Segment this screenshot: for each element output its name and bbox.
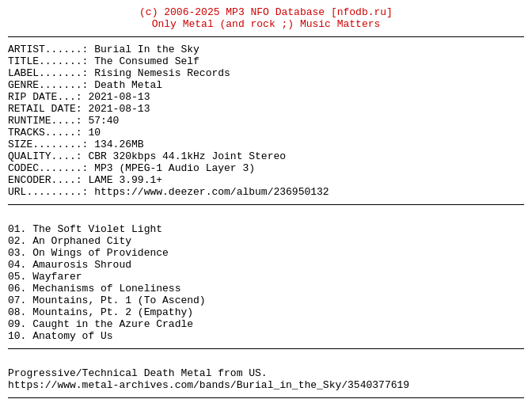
- divider-bottom: [8, 397, 524, 398]
- divider-middle2: [8, 348, 524, 349]
- header-line1: (c) 2006-2025 MP3 NFO Database [nfodb.ru…: [8, 6, 524, 18]
- divider-top: [8, 36, 524, 37]
- header: (c) 2006-2025 MP3 NFO Database [nfodb.ru…: [8, 6, 524, 30]
- metadata-section: ARTIST......: Burial In the Sky TITLE...…: [8, 44, 524, 198]
- header-line2: Only Metal (and rock ;) Music Matters: [8, 18, 524, 30]
- tracklist-section: 01. The Soft Violet Light: [8, 211, 524, 342]
- divider-middle1: [8, 204, 524, 205]
- footer-section: Progressive/Technical Death Metal from U…: [8, 355, 524, 391]
